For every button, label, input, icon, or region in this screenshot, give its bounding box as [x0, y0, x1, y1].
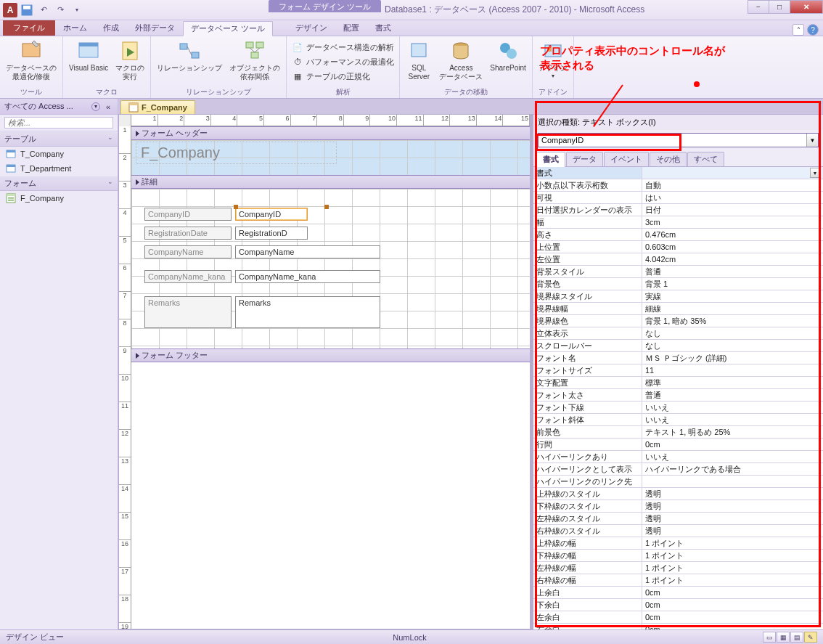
- property-row[interactable]: 左枠線の幅1 ポイント: [533, 562, 823, 574]
- property-row[interactable]: フォント斜体いいえ: [533, 414, 823, 426]
- property-row[interactable]: 上枠線の幅1 ポイント: [533, 537, 823, 550]
- property-row[interactable]: フォント太さ普通: [533, 389, 823, 402]
- property-row[interactable]: 左位置4.042cm: [533, 253, 823, 266]
- run-macro-button[interactable]: マクロの 実行: [112, 38, 147, 83]
- object-dependencies-button[interactable]: オブジェクトの 依存関係: [226, 38, 283, 83]
- property-value[interactable]: 0cm: [642, 624, 823, 629]
- property-value[interactable]: 透明: [642, 488, 823, 500]
- property-row[interactable]: 前景色テキスト 1, 明るめ 25%: [533, 426, 823, 439]
- property-value[interactable]: ＭＳ Ｐゴシック (詳細): [642, 352, 823, 364]
- textbox-company-name-kana[interactable]: CompanyName_kana: [235, 270, 380, 283]
- access-db-button[interactable]: Access データベース: [436, 38, 486, 83]
- sharepoint-button[interactable]: SharePoint: [487, 38, 528, 74]
- property-row[interactable]: 境界線幅細線: [533, 303, 823, 315]
- property-row[interactable]: 小数点以下表示桁数自動: [533, 179, 823, 192]
- property-value[interactable]: 1 ポイント: [642, 574, 823, 586]
- dropdown-icon[interactable]: ▼: [810, 168, 820, 178]
- property-row[interactable]: ハイパーリンクとして表示ハイパーリンクである場合: [533, 463, 823, 476]
- document-tab-f-company[interactable]: F_Company: [120, 100, 195, 114]
- property-row[interactable]: 右枠線のスタイル透明: [533, 525, 823, 537]
- textbox-remarks[interactable]: Remarks: [235, 296, 380, 328]
- property-value[interactable]: [642, 476, 823, 487]
- property-value[interactable]: 1 ポイント: [642, 537, 823, 549]
- property-row[interactable]: 背景スタイル普通: [533, 266, 823, 278]
- view-form-button[interactable]: ▭: [763, 632, 776, 643]
- property-grid[interactable]: 書式▼小数点以下表示桁数自動可視はい日付選択カレンダーの表示日付幅3cm高さ0.…: [533, 167, 823, 629]
- property-row[interactable]: 書式▼: [533, 167, 823, 179]
- property-row[interactable]: 下余白0cm: [533, 599, 823, 611]
- property-row[interactable]: 文字配置標準: [533, 377, 823, 389]
- property-value[interactable]: 0cm: [642, 587, 823, 598]
- property-row[interactable]: 左枠線のスタイル透明: [533, 513, 823, 525]
- property-row[interactable]: 右枠線の幅1 ポイント: [533, 574, 823, 587]
- property-row[interactable]: 境界線色背景 1, 暗め 35%: [533, 315, 823, 327]
- prop-tab-other[interactable]: その他: [650, 152, 687, 166]
- view-layout-button[interactable]: ▤: [790, 632, 803, 643]
- form-title-label[interactable]: F_Company: [136, 142, 337, 164]
- prop-tab-all[interactable]: すべて: [687, 152, 724, 166]
- qat-save-icon[interactable]: [20, 3, 34, 17]
- property-value[interactable]: 4.042cm: [642, 253, 823, 265]
- label-company-name[interactable]: CompanyName: [144, 245, 232, 258]
- property-value[interactable]: 1 ポイント: [642, 562, 823, 574]
- nav-collapse-icon[interactable]: «: [103, 102, 113, 111]
- tab-arrange[interactable]: 配置: [335, 20, 367, 36]
- section-detail[interactable]: 詳細: [131, 175, 530, 189]
- property-value[interactable]: いいえ: [642, 402, 823, 413]
- help-button[interactable]: ?: [807, 24, 819, 36]
- property-value[interactable]: はい: [642, 192, 823, 203]
- analyze-performance-button[interactable]: ⏱パフォーマンスの最適化: [290, 55, 396, 68]
- property-value[interactable]: 実線: [642, 290, 823, 302]
- property-row[interactable]: 上余白0cm: [533, 587, 823, 599]
- tab-design[interactable]: デザイン: [287, 20, 335, 36]
- label-company-name-kana[interactable]: CompanyName_kana: [144, 270, 232, 283]
- property-value[interactable]: 普通: [642, 266, 823, 277]
- property-row[interactable]: 境界線スタイル実線: [533, 290, 823, 303]
- dropdown-icon[interactable]: ▼: [806, 134, 818, 147]
- qat-redo-icon[interactable]: ↷: [53, 3, 67, 17]
- view-datasheet-button[interactable]: ▦: [777, 632, 790, 643]
- property-row[interactable]: 可視はい: [533, 192, 823, 204]
- relationships-button[interactable]: リレーションシップ: [154, 38, 225, 74]
- window-minimize-button[interactable]: −: [748, 0, 769, 14]
- property-value[interactable]: なし: [642, 340, 823, 351]
- property-value[interactable]: 自動: [642, 179, 823, 191]
- property-value[interactable]: 背景 1, 暗め 35%: [642, 315, 823, 327]
- property-value[interactable]: 11: [642, 364, 823, 376]
- qat-customize-icon[interactable]: ▾: [70, 3, 84, 17]
- horizontal-ruler[interactable]: 123456789101112131415: [131, 115, 530, 126]
- nav-filter-dropdown-icon[interactable]: ▾: [91, 102, 100, 111]
- nav-search-input[interactable]: [4, 117, 113, 129]
- property-value[interactable]: 透明: [642, 500, 823, 512]
- tab-file[interactable]: ファイル: [3, 20, 55, 36]
- property-value[interactable]: 0cm: [642, 439, 823, 450]
- property-control-selector[interactable]: CompanyID ▼: [538, 133, 819, 147]
- property-value[interactable]: 透明: [642, 513, 823, 524]
- section-form-footer[interactable]: フォーム フッター: [131, 349, 530, 362]
- property-row[interactable]: フォントサイズ11: [533, 364, 823, 377]
- nav-header[interactable]: すべての Access ... ▾ «: [0, 99, 118, 115]
- property-value[interactable]: 標準: [642, 377, 823, 388]
- property-value[interactable]: 日付: [642, 204, 823, 216]
- property-row[interactable]: ハイパーリンクのリンク先: [533, 476, 823, 488]
- property-value[interactable]: いいえ: [642, 451, 823, 462]
- property-row[interactable]: 高さ0.476cm: [533, 229, 823, 241]
- property-value[interactable]: 普通: [642, 389, 823, 401]
- section-form-header[interactable]: フォーム ヘッダー: [131, 126, 530, 140]
- analyze-table-button[interactable]: ▦テーブルの正規化: [290, 70, 396, 83]
- minimize-ribbon-button[interactable]: ˄: [793, 24, 804, 36]
- nav-item-t-company[interactable]: T_Company: [0, 147, 118, 161]
- view-design-button[interactable]: ✎: [804, 632, 817, 643]
- property-value[interactable]: 0cm: [642, 599, 823, 611]
- textbox-company-name[interactable]: CompanyName: [235, 245, 380, 258]
- prop-tab-format[interactable]: 書式: [536, 152, 565, 167]
- vertical-ruler[interactable]: 1234567891011121314151617181920: [119, 126, 131, 629]
- property-row[interactable]: 日付選択カレンダーの表示日付: [533, 204, 823, 216]
- property-value[interactable]: 0.603cm: [642, 241, 823, 253]
- analyze-db-struct-button[interactable]: 📄データベース構造の解析: [290, 41, 396, 54]
- property-value[interactable]: 背景 1: [642, 278, 823, 290]
- tab-database-tools[interactable]: データベース ツール: [183, 21, 273, 36]
- compact-repair-button[interactable]: データベースの 最適化/修復: [3, 38, 60, 83]
- window-maximize-button[interactable]: □: [769, 0, 790, 14]
- property-row[interactable]: ハイパーリンクありいいえ: [533, 451, 823, 463]
